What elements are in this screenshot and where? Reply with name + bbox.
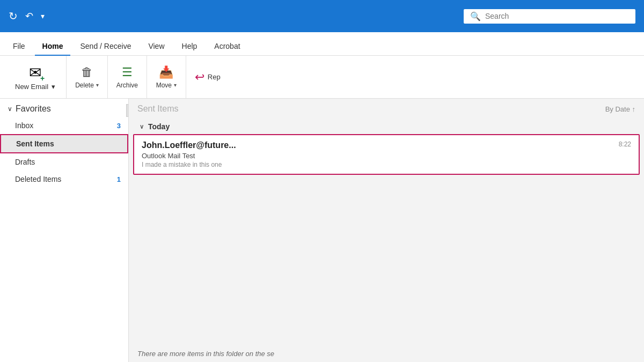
search-bar[interactable]: 🔍 (464, 9, 635, 24)
deleted-label: Deleted Items (15, 175, 61, 183)
email-item-left: John.Loeffler@future... Outlook Mail Tes… (142, 141, 613, 168)
menu-bar: File Home Send / Receive View Help Acrob… (0, 32, 644, 56)
content-panel: Sent Items By Date ↑ ∨ Today John.Loeffl… (129, 99, 644, 362)
customize-icon[interactable]: ▾ (41, 12, 45, 20)
sent-label: Sent Items (16, 139, 54, 148)
email-subject: Outlook Mail Test (142, 152, 613, 160)
title-bar: ↻ ↶ ▾ 🔍 (0, 0, 644, 32)
inbox-badge: 3 (117, 122, 121, 130)
new-email-button[interactable]: ✉ + New Email ▾ (8, 60, 63, 94)
menu-file[interactable]: File (5, 38, 33, 56)
move-icon: 📥 (159, 65, 173, 79)
ribbon-archive-group: ☰ Archive (108, 56, 147, 98)
reply-label: Rep (208, 73, 221, 81)
sidebar-item-inbox[interactable]: Inbox 3 (0, 117, 128, 134)
archive-label: Archive (116, 82, 138, 89)
ribbon-new-group: ✉ + New Email ▾ (4, 56, 67, 98)
search-input[interactable] (485, 12, 629, 20)
delete-button[interactable]: 🗑 Delete ▾ (70, 60, 104, 94)
today-chevron-icon: ∨ (140, 123, 144, 130)
sort-label: By Date ↑ (605, 105, 635, 113)
new-email-label: New Email (15, 83, 48, 91)
deleted-badge: 1 (117, 175, 121, 183)
delete-label: Delete (75, 82, 94, 89)
search-icon: 🔍 (470, 11, 481, 21)
favorites-section: ∨ Favorites (0, 99, 128, 117)
favorites-chevron-icon: ∨ (8, 105, 12, 113)
inbox-label: Inbox (15, 121, 33, 130)
menu-acrobat[interactable]: Acrobat (207, 38, 247, 56)
new-email-icon: ✉ + (29, 64, 41, 82)
menu-help[interactable]: Help (174, 38, 205, 56)
archive-button[interactable]: ☰ Archive (111, 60, 143, 94)
more-items-bar: There are more items in this folder on t… (129, 345, 644, 362)
move-dropdown-icon: ▾ (174, 82, 177, 88)
email-list: ∨ Today John.Loeffler@future... Outlook … (129, 116, 644, 345)
archive-icon: ☰ (122, 65, 133, 79)
sidebar-item-deleted[interactable]: Deleted Items 1 (0, 171, 128, 188)
move-button[interactable]: 📥 Move ▾ (150, 60, 182, 94)
email-item[interactable]: John.Loeffler@future... Outlook Mail Tes… (133, 134, 640, 175)
new-email-dropdown-icon: ▾ (52, 83, 55, 91)
refresh-icon[interactable]: ↻ (9, 10, 18, 23)
ribbon-reply-group: ↩ Rep (186, 56, 229, 98)
main-area: ❮ ∨ Favorites Inbox 3 Sent Items Drafts … (0, 99, 644, 362)
menu-home[interactable]: Home (35, 38, 71, 56)
new-email-plus-icon: + (40, 74, 45, 83)
content-title: Sent Items (137, 104, 178, 114)
move-label: Move (156, 82, 172, 89)
sidebar-item-sent[interactable]: Sent Items (0, 134, 128, 153)
content-header: Sent Items By Date ↑ (129, 99, 644, 116)
sidebar-item-drafts[interactable]: Drafts (0, 153, 128, 171)
menu-view[interactable]: View (141, 38, 172, 56)
today-label: Today (148, 122, 170, 131)
favorites-label: Favorites (16, 104, 51, 114)
undo-icon[interactable]: ↶ (25, 10, 33, 22)
reply-button[interactable]: ↩ Rep (189, 62, 226, 92)
email-time: 8:22 (619, 141, 631, 148)
sidebar: ❮ ∨ Favorites Inbox 3 Sent Items Drafts … (0, 99, 129, 362)
ribbon: ✉ + New Email ▾ 🗑 Delete ▾ (0, 56, 644, 99)
ribbon-delete-group: 🗑 Delete ▾ (67, 56, 108, 98)
email-sender: John.Loeffler@future... (142, 141, 613, 150)
reply-icon: ↩ (195, 70, 204, 84)
more-items-text: There are more items in this folder on t… (137, 350, 274, 358)
email-preview: I made a mistake in this one (142, 161, 613, 168)
delete-dropdown-icon: ▾ (96, 82, 99, 88)
menu-send-receive[interactable]: Send / Receive (72, 38, 138, 56)
ribbon-move-group: 📥 Move ▾ (147, 56, 186, 98)
delete-icon: 🗑 (81, 65, 93, 79)
title-bar-icons: ↻ ↶ ▾ (9, 10, 45, 23)
drafts-label: Drafts (15, 158, 35, 166)
sidebar-collapse-button[interactable]: ❮ (126, 104, 129, 117)
today-header: ∨ Today (133, 118, 640, 134)
